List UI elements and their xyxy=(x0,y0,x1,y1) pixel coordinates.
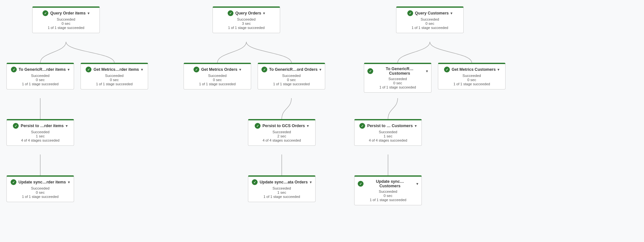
connectors-svg xyxy=(0,0,644,242)
pipeline-canvas: ✓ Query Order items ▾ Succeeded 0 sec 1 … xyxy=(0,0,644,242)
node-status-update-sync-order-items: Succeeded xyxy=(10,186,71,190)
node-title-update-sync-orders: Update sync…ata Orders xyxy=(260,180,308,184)
node-status-to-generic-order-items: Succeeded xyxy=(10,74,71,78)
check-icon-to-generic-customers: ✓ xyxy=(367,68,373,74)
node-title-persist-customers: Persist to … Customers xyxy=(367,124,413,128)
node-header-persist-customers: ✓ Persist to … Customers ▾ xyxy=(358,123,418,129)
chevron-icon-persist-customers[interactable]: ▾ xyxy=(415,124,417,128)
node-stages-to-generic-ord-orders: 1 of 1 stage succeeded xyxy=(261,82,322,86)
node-stages-update-sync-orders: 1 of 1 stage succeeded xyxy=(251,195,312,199)
check-icon-to-generic-ord-orders: ✓ xyxy=(261,67,267,72)
node-status-query-order-items: Succeeded xyxy=(36,17,96,21)
node-title-to-generic-ord-orders: To GenericR…ord Orders xyxy=(269,67,318,72)
node-status-persist-gcs-orders: Succeeded xyxy=(251,130,312,134)
check-icon-persist-order-items: ✓ xyxy=(13,123,19,129)
check-icon-query-order-items: ✓ xyxy=(43,10,48,16)
node-stages-to-generic-order-items: 1 of 1 stage succeeded xyxy=(10,82,71,86)
node-header-get-metrics-order-items: ✓ Get Metrics…rder items ▾ xyxy=(84,67,145,72)
node-stages-update-sync-order-items: 1 of 1 stage succeeded xyxy=(10,195,71,199)
node-title-to-generic-order-items: To GenericR…rder items xyxy=(19,67,66,72)
node-stages-update-sync-customers: 1 of 1 stage succeeded xyxy=(358,198,418,202)
connector-query-order-items-to-get-metrics-order-items xyxy=(66,42,114,63)
chevron-icon-to-generic-customers[interactable]: ▾ xyxy=(426,69,428,73)
node-to-generic-order-items[interactable]: ✓ To GenericR…rder items ▾ Succeeded 0 s… xyxy=(6,63,74,89)
check-icon-get-metrics-order-items: ✓ xyxy=(86,67,91,72)
node-header-query-customers: ✓ Query Customers ▾ xyxy=(400,10,460,16)
node-header-to-generic-ord-orders: ✓ To GenericR…ord Orders ▾ xyxy=(261,67,322,72)
node-status-update-sync-customers: Succeeded xyxy=(358,190,418,193)
check-icon-get-metrics-orders: ✓ xyxy=(194,67,199,72)
node-to-generic-customers[interactable]: ✓ To GenericR… Customers ▾ Succeeded 0 s… xyxy=(364,63,431,93)
node-get-metrics-orders[interactable]: ✓ Get Metrics Orders ▾ Succeeded 0 sec 1… xyxy=(184,63,251,89)
check-icon-get-metrics-customers: ✓ xyxy=(444,67,450,72)
node-header-update-sync-order-items: ✓ Update sync…rder items ▾ xyxy=(10,179,71,185)
check-icon-update-sync-order-items: ✓ xyxy=(11,179,16,185)
node-stages-persist-order-items: 4 of 4 stages succeeded xyxy=(10,138,71,142)
chevron-icon-query-orders[interactable]: ▾ xyxy=(263,11,265,15)
chevron-icon-get-metrics-customers[interactable]: ▾ xyxy=(497,68,499,72)
node-title-get-metrics-orders: Get Metrics Orders xyxy=(201,67,238,72)
connector-query-order-items-to-to-generic-order-items xyxy=(40,42,66,63)
node-title-get-metrics-customers: Get Metrics Customers xyxy=(452,67,496,72)
node-update-sync-order-items[interactable]: ✓ Update sync…rder items ▾ Succeeded 0 s… xyxy=(6,175,74,202)
node-status-query-orders: Succeeded xyxy=(216,17,277,21)
node-time-to-generic-ord-orders: 0 sec xyxy=(261,78,322,82)
connector-to-generic-ord-orders-to-persist-gcs-orders xyxy=(282,98,291,119)
node-get-metrics-order-items[interactable]: ✓ Get Metrics…rder items ▾ Succeeded 0 s… xyxy=(80,63,148,89)
node-persist-customers[interactable]: ✓ Persist to … Customers ▾ Succeeded 1 s… xyxy=(354,119,422,146)
connector-query-customers-to-to-generic-customers xyxy=(398,42,430,63)
node-status-get-metrics-customers: Succeeded xyxy=(441,74,502,78)
chevron-icon-update-sync-order-items[interactable]: ▾ xyxy=(68,180,70,184)
check-icon-persist-gcs-orders: ✓ xyxy=(255,123,260,129)
node-stages-to-generic-customers: 1 of 1 stage succeeded xyxy=(367,85,428,89)
node-title-to-generic-customers: To GenericR… Customers xyxy=(375,67,424,76)
node-update-sync-customers[interactable]: ✓ Update sync… Customers ▾ Succeeded 0 s… xyxy=(354,175,422,205)
node-stages-persist-customers: 4 of 4 stages succeeded xyxy=(358,138,418,142)
node-status-persist-customers: Succeeded xyxy=(358,130,418,134)
chevron-icon-to-generic-ord-orders[interactable]: ▾ xyxy=(319,68,321,72)
node-time-get-metrics-customers: 0 sec xyxy=(441,78,502,82)
chevron-icon-get-metrics-orders[interactable]: ▾ xyxy=(239,68,241,72)
node-time-to-generic-order-items: 0 sec xyxy=(10,78,71,82)
node-query-orders[interactable]: ✓ Query Orders ▾ Succeeded 3 sec 1 of 1 … xyxy=(213,6,280,33)
node-query-order-items[interactable]: ✓ Query Order items ▾ Succeeded 0 sec 1 … xyxy=(32,6,100,33)
node-to-generic-ord-orders[interactable]: ✓ To GenericR…ord Orders ▾ Succeeded 0 s… xyxy=(258,63,325,89)
node-title-persist-order-items: Persist to …rder items xyxy=(21,124,63,128)
node-title-query-customers: Query Customers xyxy=(415,11,449,15)
node-stages-query-order-items: 1 of 1 stage succeeded xyxy=(36,26,96,30)
node-stages-query-orders: 1 of 1 stage succeeded xyxy=(216,26,277,30)
chevron-icon-update-sync-customers[interactable]: ▾ xyxy=(416,182,418,186)
node-time-update-sync-order-items: 0 sec xyxy=(10,191,71,194)
node-title-get-metrics-order-items: Get Metrics…rder items xyxy=(93,67,139,72)
chevron-icon-to-generic-order-items[interactable]: ▾ xyxy=(68,68,70,72)
chevron-icon-query-customers[interactable]: ▾ xyxy=(450,11,452,15)
node-title-query-orders: Query Orders xyxy=(235,11,261,15)
node-title-persist-gcs-orders: Persist to GCS Orders xyxy=(262,124,305,128)
chevron-icon-update-sync-orders[interactable]: ▾ xyxy=(310,180,312,184)
check-icon-update-sync-orders: ✓ xyxy=(252,179,258,185)
node-query-customers[interactable]: ✓ Query Customers ▾ Succeeded 0 sec 1 of… xyxy=(396,6,464,33)
chevron-icon-persist-gcs-orders[interactable]: ▾ xyxy=(307,124,309,128)
node-stages-get-metrics-orders: 1 of 1 stage succeeded xyxy=(187,82,248,86)
node-header-update-sync-orders: ✓ Update sync…ata Orders ▾ xyxy=(251,179,312,185)
node-time-query-customers: 0 sec xyxy=(400,22,460,25)
node-get-metrics-customers[interactable]: ✓ Get Metrics Customers ▾ Succeeded 0 se… xyxy=(438,63,506,89)
node-stages-get-metrics-customers: 1 of 1 stage succeeded xyxy=(441,82,502,86)
node-header-query-order-items: ✓ Query Order items ▾ xyxy=(36,10,96,16)
node-stages-get-metrics-order-items: 1 of 1 stage succeeded xyxy=(84,82,145,86)
chevron-icon-persist-order-items[interactable]: ▾ xyxy=(66,124,68,128)
node-status-get-metrics-order-items: Succeeded xyxy=(84,74,145,78)
connector-query-orders-to-to-generic-ord-orders xyxy=(246,42,291,63)
chevron-icon-get-metrics-order-items[interactable]: ▾ xyxy=(141,68,143,72)
connector-query-orders-to-get-metrics-orders xyxy=(217,42,246,63)
node-header-query-orders: ✓ Query Orders ▾ xyxy=(216,10,277,16)
node-time-get-metrics-orders: 0 sec xyxy=(187,78,248,82)
node-persist-order-items[interactable]: ✓ Persist to …rder items ▾ Succeeded 1 s… xyxy=(6,119,74,146)
node-header-persist-order-items: ✓ Persist to …rder items ▾ xyxy=(10,123,71,129)
node-time-update-sync-customers: 0 sec xyxy=(358,194,418,198)
node-persist-gcs-orders[interactable]: ✓ Persist to GCS Orders ▾ Succeeded 2 se… xyxy=(248,119,316,146)
node-update-sync-orders[interactable]: ✓ Update sync…ata Orders ▾ Succeeded 1 s… xyxy=(248,175,316,202)
chevron-icon-query-order-items[interactable]: ▾ xyxy=(88,11,90,15)
node-title-update-sync-order-items: Update sync…rder items xyxy=(18,180,66,184)
node-status-get-metrics-orders: Succeeded xyxy=(187,74,248,78)
